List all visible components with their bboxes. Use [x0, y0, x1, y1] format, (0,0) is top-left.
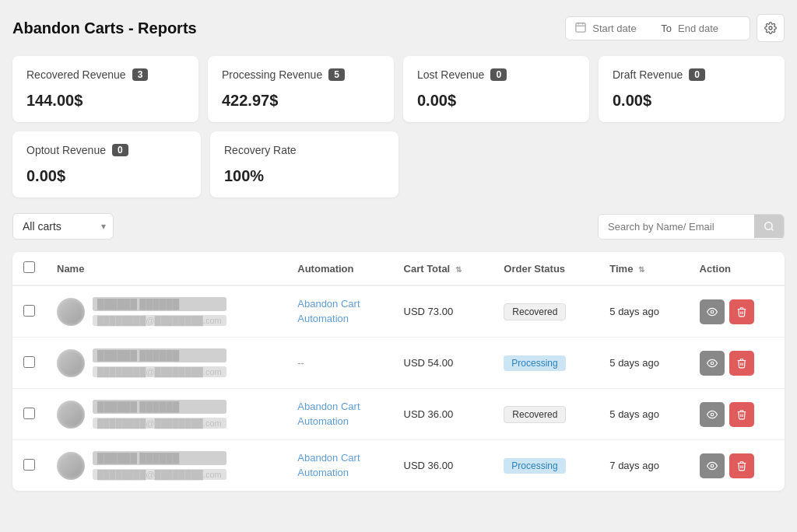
svg-line-6: [771, 229, 774, 231]
user-text: ██████ ██████ ████████@████████.com: [93, 400, 226, 429]
date-to-label: To: [661, 23, 672, 34]
user-name: ██████ ██████: [93, 348, 226, 362]
stat-badge-processing: 5: [328, 68, 345, 81]
row-checkbox-cell: [12, 338, 46, 389]
svg-point-4: [769, 26, 772, 30]
user-info: ██████ ██████ ████████@████████.com: [57, 348, 276, 377]
status-badge: Processing: [504, 458, 565, 474]
delete-button[interactable]: [729, 402, 754, 427]
automation-link[interactable]: Abandon CartAutomation: [297, 401, 360, 426]
row-checkbox-cell: [12, 389, 46, 440]
th-order-status: Order Status: [493, 252, 599, 285]
stat-value-recovery-rate: 100%: [224, 167, 384, 185]
stat-label-processing: Processing Revenue: [222, 68, 322, 81]
svg-point-8: [711, 362, 714, 365]
row-checkbox[interactable]: [23, 459, 35, 471]
action-buttons: [700, 299, 774, 324]
th-time[interactable]: Time ⇅: [599, 252, 688, 285]
svg-rect-0: [576, 23, 585, 31]
row-time-cell: 5 days ago: [599, 285, 688, 338]
table-row: ██████ ██████ ████████@████████.com Aban…: [12, 389, 785, 440]
date-range-picker[interactable]: To: [565, 16, 750, 40]
view-button[interactable]: [700, 299, 725, 324]
row-user-cell: ██████ ██████ ████████@████████.com: [46, 440, 286, 492]
header: Abandon Carts - Reports To: [12, 14, 785, 42]
user-name: ██████ ██████: [93, 297, 226, 311]
stat-value-lost: 0.00$: [417, 92, 575, 110]
user-info: ██████ ██████ ████████@████████.com: [57, 451, 276, 480]
stat-value-draft: 0.00$: [613, 92, 771, 110]
row-checkbox-cell: [12, 440, 46, 492]
svg-point-7: [711, 310, 714, 313]
view-button[interactable]: [700, 351, 725, 376]
action-buttons: [700, 351, 774, 376]
avatar: [57, 298, 85, 326]
stat-badge-optout: 0: [112, 144, 128, 156]
row-action-cell: [689, 389, 785, 440]
user-email: ████████@████████.com: [93, 315, 226, 326]
avatar: [57, 401, 85, 429]
page-title: Abandon Carts - Reports: [12, 19, 197, 37]
th-checkbox: [12, 252, 46, 285]
automation-link[interactable]: Abandon CartAutomation: [297, 298, 360, 324]
stat-card-recovery-rate: Recovery Rate 100%: [210, 131, 398, 198]
row-user-cell: ██████ ██████ ████████@████████.com: [46, 285, 286, 338]
stat-card-processing: Processing Revenue 5 422.97$: [208, 56, 394, 122]
stat-card-draft: Draft Revenue 0 0.00$: [599, 56, 785, 122]
row-action-cell: [689, 285, 785, 338]
stat-label-lost: Lost Revenue: [417, 68, 484, 81]
action-buttons: [700, 402, 774, 427]
row-status-cell: Processing: [493, 440, 599, 492]
row-time-cell: 5 days ago: [599, 389, 688, 440]
row-automation-cell: Abandon CartAutomation: [286, 389, 392, 440]
row-cart-total-cell: USD 73.00: [393, 285, 493, 338]
row-cart-total-cell: USD 36.00: [393, 389, 493, 440]
stat-card-optout: Optout Revenue 0 0.00$: [12, 131, 201, 198]
filter-row: All carts Recovered Processing Lost Draf…: [12, 213, 785, 240]
view-button[interactable]: [700, 402, 725, 427]
stat-badge-lost: 0: [490, 68, 507, 81]
table-header-row: Name Automation Cart Total ⇅ Order Statu…: [12, 252, 785, 285]
stat-card-recovered: Recovered Revenue 3 144.00$: [12, 56, 198, 122]
user-text: ██████ ██████ ████████@████████.com: [93, 451, 226, 480]
header-controls: To: [565, 14, 785, 42]
row-checkbox[interactable]: [23, 356, 35, 368]
user-text: ██████ ██████ ████████@████████.com: [93, 348, 226, 377]
page: Abandon Carts - Reports To: [0, 0, 797, 532]
end-date-input[interactable]: [678, 23, 740, 34]
row-cart-total-cell: USD 54.00: [393, 338, 493, 389]
row-automation-cell: Abandon CartAutomation: [286, 285, 392, 338]
cart-filter-select[interactable]: All carts Recovered Processing Lost Draf…: [12, 213, 114, 240]
delete-button[interactable]: [729, 299, 754, 324]
settings-button[interactable]: [757, 14, 785, 42]
stat-value-optout: 0.00$: [26, 167, 187, 185]
delete-button[interactable]: [729, 453, 754, 478]
row-checkbox[interactable]: [23, 305, 35, 317]
th-name: Name: [46, 252, 286, 285]
th-cart-total[interactable]: Cart Total ⇅: [393, 252, 493, 285]
delete-button[interactable]: [729, 351, 754, 376]
calendar-icon: [575, 22, 586, 35]
search-button[interactable]: [754, 215, 784, 238]
search-input[interactable]: [599, 215, 754, 239]
select-all-checkbox[interactable]: [23, 261, 35, 273]
stats-row2: Optout Revenue 0 0.00$ Recovery Rate 100…: [12, 131, 785, 198]
row-time-cell: 5 days ago: [599, 338, 688, 389]
table-row: ██████ ██████ ████████@████████.com Aban…: [12, 440, 785, 492]
row-time-cell: 7 days ago: [599, 440, 688, 492]
search-wrapper: [598, 214, 785, 240]
row-checkbox[interactable]: [23, 408, 35, 419]
row-action-cell: [689, 338, 785, 389]
start-date-input[interactable]: [592, 23, 655, 34]
automation-link[interactable]: Abandon CartAutomation: [297, 452, 360, 478]
stat-label-recovery-rate: Recovery Rate: [224, 144, 297, 156]
row-checkbox-cell: [12, 285, 46, 338]
cart-total-sort-icon: ⇅: [455, 265, 462, 274]
carts-table-container: Name Automation Cart Total ⇅ Order Statu…: [12, 252, 785, 491]
table-row: ██████ ██████ ████████@████████.com Aban…: [12, 285, 785, 338]
user-info: ██████ ██████ ████████@████████.com: [57, 400, 276, 429]
row-action-cell: [689, 440, 785, 492]
stat-label-draft: Draft Revenue: [613, 68, 683, 81]
row-user-cell: ██████ ██████ ████████@████████.com: [46, 389, 286, 440]
view-button[interactable]: [700, 453, 725, 478]
